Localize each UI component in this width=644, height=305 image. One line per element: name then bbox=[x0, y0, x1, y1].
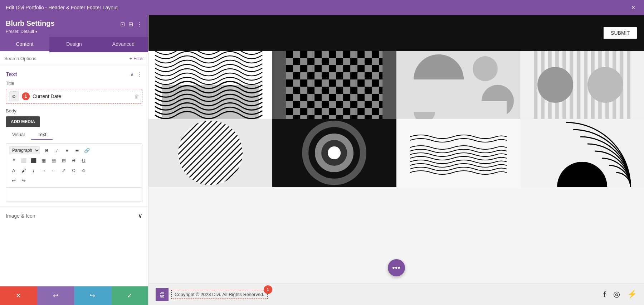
portfolio-cell-7 bbox=[396, 119, 520, 187]
image-icon-chevron: ∨ bbox=[138, 212, 142, 219]
facebook-icon[interactable]: f bbox=[603, 290, 606, 299]
portfolio-cell-6 bbox=[272, 119, 396, 187]
svg-rect-10 bbox=[414, 79, 464, 105]
footer-copyright-text: Copyright © 2023 Divi. All Rights Reserv… bbox=[175, 292, 264, 297]
image-icon-header[interactable]: Image & Icon ∨ bbox=[6, 207, 142, 225]
svg-point-34 bbox=[328, 146, 341, 159]
deviantart-icon[interactable]: ⚡ bbox=[627, 290, 637, 299]
tabs-bar: Content Design Advanced bbox=[0, 37, 148, 52]
image-icon-section: Image & Icon ∨ bbox=[0, 206, 148, 225]
link-button[interactable]: 🔗 bbox=[82, 146, 92, 155]
title-bar: Edit Divi Portfolio - Header & Footer Fo… bbox=[0, 0, 644, 15]
underline-button[interactable]: U bbox=[79, 156, 88, 165]
panel-header: Blurb Settings ⊡ ⊞ ⋮ Preset: Default ▾ bbox=[0, 15, 148, 37]
add-media-button[interactable]: ADD MEDIA bbox=[6, 116, 40, 127]
align-justify-button[interactable]: ▤ bbox=[49, 156, 58, 165]
title-field-row: ⚙ 1 Current Date 🗑 bbox=[6, 89, 142, 104]
title-field-value: Current Date bbox=[33, 93, 131, 99]
gear-icon: ⚙ bbox=[12, 94, 16, 99]
footer-logo-line1: JA bbox=[160, 291, 164, 295]
visual-text-tabs: Visual Text bbox=[6, 130, 53, 140]
title-badge: 1 bbox=[22, 92, 30, 100]
editor-body[interactable] bbox=[6, 188, 142, 202]
bottom-buttons: ✕ ↩ ↪ ✓ bbox=[0, 286, 148, 305]
title-gear-button[interactable]: ⚙ bbox=[9, 91, 19, 101]
tab-advanced[interactable]: Advanced bbox=[99, 37, 148, 52]
text-color-button[interactable]: A bbox=[9, 166, 18, 175]
tab-content[interactable]: Content bbox=[0, 37, 49, 52]
cancel-button[interactable]: ✕ bbox=[0, 286, 37, 305]
charmap-button[interactable]: Ω bbox=[69, 166, 78, 175]
filter-button[interactable]: + Filter bbox=[130, 56, 144, 61]
footer-logo-line2: NE bbox=[160, 295, 165, 298]
fab-button[interactable]: ••• bbox=[388, 259, 405, 276]
indent-button[interactable]: → bbox=[39, 166, 48, 175]
paragraph-select[interactable]: Paragraph bbox=[9, 146, 40, 154]
tab-design[interactable]: Design bbox=[49, 37, 99, 52]
save-icon: ✓ bbox=[127, 292, 132, 300]
portfolio-svg-7 bbox=[396, 119, 520, 187]
filter-plus-icon: + bbox=[130, 56, 132, 61]
main-layout: Blurb Settings ⊡ ⊞ ⋮ Preset: Default ▾ C… bbox=[0, 15, 644, 305]
text-section-header: Text ∧ ⋮ bbox=[0, 65, 148, 81]
blockquote-button[interactable]: ❝ bbox=[9, 156, 18, 165]
svg-point-20 bbox=[537, 67, 573, 103]
body-label: Body bbox=[6, 108, 142, 113]
search-input[interactable] bbox=[4, 56, 127, 61]
portfolio-svg-1 bbox=[148, 51, 272, 119]
svg-point-21 bbox=[587, 67, 623, 103]
footer-copyright: Copyright © 2023 Divi. All Rights Reserv… bbox=[171, 290, 268, 299]
submit-preview-button[interactable]: SUBMIT bbox=[604, 27, 637, 39]
table-button[interactable]: ⊞ bbox=[59, 156, 68, 165]
svg-rect-13 bbox=[482, 101, 507, 119]
fullscreen-button[interactable]: ⤢ bbox=[59, 166, 68, 175]
italic-button[interactable]: I bbox=[52, 146, 62, 155]
text-section-menu[interactable]: ⋮ bbox=[137, 71, 142, 78]
redo-button[interactable]: ↪ bbox=[74, 286, 111, 305]
portfolio-svg-8 bbox=[520, 119, 644, 187]
canvas-area: SUBMIT bbox=[148, 15, 644, 305]
align-right-button[interactable]: ▦ bbox=[39, 156, 48, 165]
outdent-button[interactable]: ← bbox=[49, 166, 58, 175]
title-trash-icon[interactable]: 🗑 bbox=[134, 93, 139, 99]
portfolio-cell-4 bbox=[520, 51, 644, 119]
svg-rect-15 bbox=[414, 101, 435, 112]
text-section-title: Text bbox=[6, 71, 17, 78]
portfolio-cell-5 bbox=[148, 119, 272, 187]
redo-icon: ↪ bbox=[90, 292, 95, 300]
redo-toolbar-button[interactable]: ↪ bbox=[19, 176, 28, 185]
split-icon-button[interactable]: ⊞ bbox=[128, 21, 133, 28]
strikethrough-button[interactable]: S bbox=[69, 156, 78, 165]
tab-visual[interactable]: Visual bbox=[6, 130, 31, 140]
portfolio-grid bbox=[148, 51, 644, 284]
panel-preset[interactable]: Preset: Default ▾ bbox=[6, 29, 142, 34]
portfolio-cell-3 bbox=[396, 51, 520, 119]
close-icon[interactable]: × bbox=[628, 3, 638, 13]
portfolio-svg-6 bbox=[272, 119, 396, 187]
text-bg-button[interactable]: 🖌 bbox=[19, 166, 28, 175]
instagram-icon[interactable]: ◎ bbox=[613, 290, 620, 299]
body-section: Body ADD MEDIA Visual Text Paragraph B I… bbox=[0, 108, 148, 206]
preset-dropdown-icon: ▾ bbox=[35, 30, 37, 34]
left-panel: Blurb Settings ⊡ ⊞ ⋮ Preset: Default ▾ C… bbox=[0, 15, 148, 305]
tab-text[interactable]: Text bbox=[31, 130, 53, 140]
ordered-list-button[interactable]: ≣ bbox=[72, 146, 82, 155]
emoji-button[interactable]: ☺ bbox=[79, 166, 88, 175]
svg-rect-7 bbox=[286, 51, 382, 119]
cancel-icon: ✕ bbox=[16, 292, 21, 300]
align-left-button[interactable]: ⬜ bbox=[19, 156, 28, 165]
window-icon-button[interactable]: ⊡ bbox=[120, 21, 125, 28]
save-button[interactable]: ✓ bbox=[111, 286, 148, 305]
search-area: + Filter bbox=[0, 52, 148, 65]
portfolio-svg-5 bbox=[148, 119, 272, 187]
portfolio-cell-2 bbox=[272, 51, 396, 119]
text-section-chevron[interactable]: ∧ bbox=[130, 72, 134, 77]
editor-toolbar: Paragraph B I ≡ ≣ 🔗 ❝ ⬜ ⬛ ▦ ▤ ⊞ bbox=[6, 143, 142, 188]
undo-button[interactable]: ↩ bbox=[37, 286, 74, 305]
undo-toolbar-button[interactable]: ↩ bbox=[9, 176, 18, 185]
more-options-button[interactable]: ⋮ bbox=[137, 21, 142, 28]
align-center-button[interactable]: ⬛ bbox=[29, 156, 38, 165]
italic2-button[interactable]: I bbox=[29, 166, 38, 175]
bold-button[interactable]: B bbox=[42, 146, 52, 155]
unordered-list-button[interactable]: ≡ bbox=[62, 146, 72, 155]
